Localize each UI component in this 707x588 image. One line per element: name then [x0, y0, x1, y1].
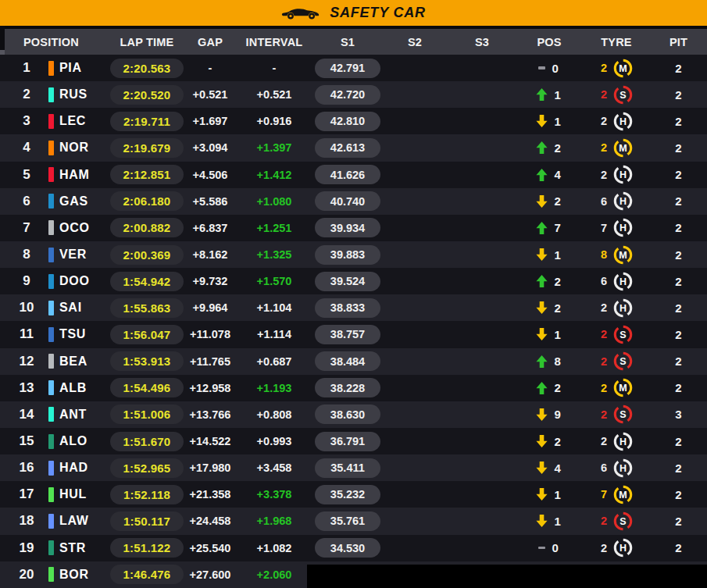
lap-time-cell: 2:20.563 [108, 59, 186, 78]
tyre-cell: 8M [583, 244, 650, 265]
tyre-compound-h-icon: H [612, 458, 634, 479]
lap-time-cell: 1:50.117 [108, 511, 186, 531]
tyre-cell: 2H [583, 111, 650, 132]
interval-value: +1.968 [234, 515, 314, 527]
lap-time-pill: 2:12.851 [110, 165, 184, 184]
team-color-cell [48, 141, 59, 155]
team-color-cell [48, 514, 59, 529]
gap-value: +6.837 [186, 222, 234, 234]
safety-car-icon [281, 5, 320, 21]
svg-text:M: M [619, 63, 627, 74]
interval-value: +0.916 [234, 115, 314, 127]
sector1-cell: 36.791 [314, 432, 381, 451]
tyre-compound-h-icon: H [612, 431, 634, 452]
position-change-value: 1 [555, 88, 563, 102]
svg-text:S: S [620, 409, 626, 420]
position-change-cell: 0 [516, 62, 583, 75]
tyre-compound-h-icon: H [612, 298, 634, 319]
team-color-bar [48, 274, 54, 289]
driver-code: HAM [59, 168, 108, 182]
position-change-value: 2 [555, 141, 563, 155]
interval-value: +2.060 [234, 568, 314, 581]
team-color-bar [48, 354, 54, 369]
driver-code: STR [59, 541, 108, 555]
pit-count: 2 [650, 248, 707, 262]
tyre-stint-laps: 2 [599, 435, 607, 447]
tyre-stint-laps: 2 [599, 115, 607, 127]
sector1-cell: 38.757 [314, 325, 381, 344]
black-cover-overlay [307, 565, 707, 588]
position-change-value: 8 [555, 355, 563, 368]
tyre-stint-laps: 2 [599, 62, 607, 74]
team-color-bar [48, 327, 54, 342]
lap-time-pill: 1:52.118 [110, 485, 184, 504]
table-row: 2 RUS 2:20.520 +0.521 +0.521 42.720 1 2S… [0, 81, 707, 108]
table-row: 11 TSU 1:56.047 +11.078 +1.114 38.757 1 … [0, 321, 707, 347]
lap-time-pill: 2:06.180 [110, 191, 184, 211]
interval-value: +1.114 [234, 328, 314, 340]
sector1-time: 39.934 [315, 218, 380, 237]
tyre-stint-laps: 2 [599, 355, 607, 368]
tyre-compound-h-icon: H [612, 537, 634, 558]
team-color-cell [48, 567, 59, 582]
interval-value: +1.104 [234, 301, 314, 314]
driver-code: GAS [59, 194, 108, 208]
team-color-bar [48, 514, 54, 529]
position-number: 14 [5, 407, 48, 422]
lap-time-cell: 2:00.882 [108, 218, 186, 237]
no-position-change-icon [538, 547, 545, 550]
gap-value: +3.094 [186, 141, 234, 154]
position-change-value: 2 [555, 194, 563, 208]
driver-code: LEC [59, 114, 108, 128]
tyre-cell: 7H [583, 217, 650, 238]
lap-time-cell: 1:55.863 [108, 298, 186, 318]
team-color-cell [48, 194, 59, 208]
team-color-bar [48, 141, 54, 155]
table-row: 13 ALB 1:54.496 +12.958 +1.193 38.228 2 … [0, 375, 707, 401]
table-row: 10 SAI 1:55.863 +9.964 +1.104 38.833 2 2… [0, 294, 707, 321]
interval-value: +1.397 [234, 141, 314, 154]
gap-value: +4.506 [186, 169, 234, 181]
position-change-cell: 0 [516, 541, 583, 554]
team-color-cell [48, 248, 59, 262]
position-change-value: 1 [555, 328, 563, 341]
position-change-value: 1 [555, 115, 563, 128]
tyre-stint-laps: 6 [599, 275, 607, 287]
team-color-bar [48, 407, 54, 422]
position-number: 19 [5, 540, 48, 556]
position-change-cell: 1 [516, 328, 583, 341]
sector1-time: 39.883 [315, 245, 380, 265]
driver-code: OCO [59, 221, 108, 235]
sector1-time: 35.761 [315, 511, 380, 531]
sector1-cell: 34.530 [314, 538, 381, 558]
driver-code: PIA [59, 61, 108, 75]
pit-count: 2 [650, 88, 707, 102]
banner-title: SAFETY CAR [330, 5, 426, 21]
position-change-value: 1 [555, 248, 563, 262]
gap-value: +1.697 [186, 115, 234, 127]
tyre-stint-laps: 6 [599, 461, 607, 474]
team-color-cell [48, 434, 59, 449]
gap-value: +27.600 [186, 568, 234, 581]
position-down-arrow-icon [536, 328, 548, 340]
tyre-compound-s-icon: S [612, 511, 634, 532]
sector1-cell: 38.630 [314, 404, 381, 424]
driver-code: ALB [59, 381, 108, 395]
position-change-cell: 7 [516, 221, 583, 234]
tyre-cell: 2M [583, 377, 650, 398]
tyre-cell: 2S [583, 84, 650, 105]
tyre-stint-laps: 2 [599, 382, 607, 394]
position-number: 16 [5, 460, 48, 476]
driver-code: NOR [59, 141, 108, 155]
team-color-cell [48, 114, 59, 129]
position-number: 9 [5, 273, 48, 289]
lap-time-pill: 1:56.047 [110, 325, 184, 344]
svg-text:S: S [620, 90, 626, 101]
tyre-compound-s-icon: S [612, 324, 634, 345]
sector1-cell: 35.411 [314, 458, 381, 478]
position-down-arrow-icon [536, 461, 548, 474]
position-change-value: 7 [555, 221, 563, 234]
gap-value: +12.958 [186, 382, 234, 394]
tyre-compound-m-icon: M [612, 244, 634, 265]
tyre-cell: 7M [583, 484, 650, 505]
